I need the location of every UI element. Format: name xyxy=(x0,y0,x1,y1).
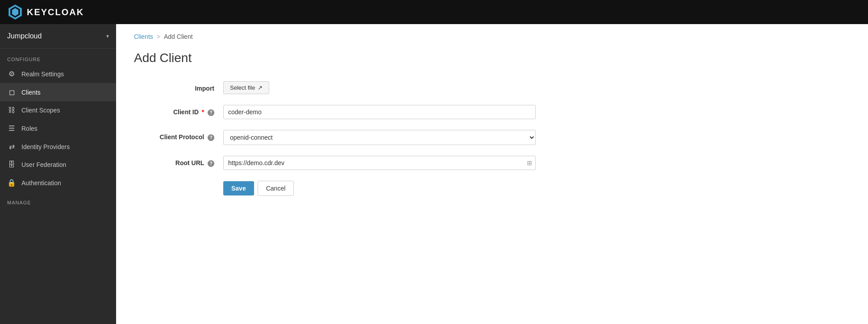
sidebar-item-label: Authentication xyxy=(21,179,61,187)
client-id-input[interactable] xyxy=(223,105,536,119)
root-url-control: ⊞ xyxy=(223,156,536,170)
root-url-help-icon[interactable]: ? xyxy=(208,160,214,167)
sidebar-item-realm-settings[interactable]: ⚙ Realm Settings xyxy=(0,65,116,83)
cancel-button[interactable]: Cancel xyxy=(258,181,294,196)
breadcrumb: Clients > Add Client xyxy=(134,33,850,40)
client-scopes-icon: ⛓ xyxy=(7,106,16,114)
logo: KEYCLOAK xyxy=(7,4,84,20)
navbar: KEYCLOAK xyxy=(0,0,868,24)
add-client-form: Import Select file ↗ Client ID * ? xyxy=(134,81,850,196)
authentication-icon: 🔒 xyxy=(7,179,16,187)
realm-settings-icon: ⚙ xyxy=(7,70,16,78)
external-link-icon: ⊞ xyxy=(527,159,532,166)
import-label: Import xyxy=(134,81,223,92)
page-title: Add Client xyxy=(134,51,850,65)
sidebar-item-identity-providers[interactable]: ⇄ Identity Providers xyxy=(0,137,116,156)
keycloak-logo-icon xyxy=(7,4,23,20)
client-protocol-label: Client Protocol ? xyxy=(134,130,223,141)
client-id-help-icon[interactable]: ? xyxy=(208,109,214,116)
sidebar-item-label: Identity Providers xyxy=(21,143,70,150)
save-button[interactable]: Save xyxy=(223,181,254,195)
sidebar-item-roles[interactable]: ☰ Roles xyxy=(0,119,116,137)
upload-icon: ↗ xyxy=(258,84,263,91)
realm-name: Jumpcloud xyxy=(7,32,42,40)
sidebar-item-label: Client Scopes xyxy=(21,107,60,114)
clients-icon: ◻ xyxy=(7,88,16,96)
required-indicator: * xyxy=(202,108,204,116)
identity-providers-icon: ⇄ xyxy=(7,142,16,151)
logo-text: KEYCLOAK xyxy=(27,7,84,17)
chevron-down-icon: ▾ xyxy=(106,33,109,39)
sidebar-item-label: User Federation xyxy=(21,161,66,168)
client-protocol-select[interactable]: openid-connect saml xyxy=(223,130,536,145)
sidebar-item-client-scopes[interactable]: ⛓ Client Scopes xyxy=(0,101,116,119)
manage-section-label: Manage xyxy=(0,192,116,208)
breadcrumb-current: Add Client xyxy=(164,33,193,40)
import-control: Select file ↗ xyxy=(223,81,536,94)
main-content: Clients > Add Client Add Client Import S… xyxy=(116,24,868,324)
realm-selector[interactable]: Jumpcloud ▾ xyxy=(0,24,116,49)
root-url-label: Root URL ? xyxy=(134,156,223,167)
root-url-input[interactable] xyxy=(223,156,536,170)
client-protocol-help-icon[interactable]: ? xyxy=(208,134,214,141)
sidebar-item-label: Clients xyxy=(21,89,41,96)
sidebar: Jumpcloud ▾ Configure ⚙ Realm Settings ◻… xyxy=(0,24,116,324)
sidebar-item-user-federation[interactable]: 🗄 User Federation xyxy=(0,156,116,174)
client-id-field-group: Client ID * ? xyxy=(134,105,536,119)
root-url-field-group: Root URL ? ⊞ xyxy=(134,156,536,170)
client-id-label: Client ID * ? xyxy=(134,105,223,116)
select-file-button[interactable]: Select file ↗ xyxy=(223,81,269,94)
import-field-group: Import Select file ↗ xyxy=(134,81,536,94)
sidebar-item-label: Realm Settings xyxy=(21,71,64,78)
breadcrumb-separator: > xyxy=(157,33,160,40)
sidebar-item-label: Roles xyxy=(21,125,38,132)
client-protocol-field-group: Client Protocol ? openid-connect saml xyxy=(134,130,536,145)
select-file-label: Select file xyxy=(230,84,255,91)
breadcrumb-clients-link[interactable]: Clients xyxy=(134,33,153,40)
sidebar-item-clients[interactable]: ◻ Clients xyxy=(0,83,116,101)
form-actions: Save Cancel xyxy=(223,181,850,196)
roles-icon: ☰ xyxy=(7,124,16,133)
configure-section-label: Configure xyxy=(0,49,116,65)
client-id-control xyxy=(223,105,536,119)
sidebar-item-authentication[interactable]: 🔒 Authentication xyxy=(0,174,116,192)
user-federation-icon: 🗄 xyxy=(7,161,16,169)
client-protocol-control: openid-connect saml xyxy=(223,130,536,145)
